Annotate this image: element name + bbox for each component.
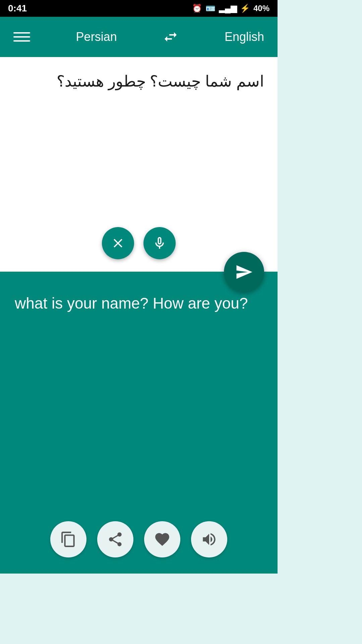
target-language-button[interactable]: English bbox=[225, 30, 264, 44]
header: Persian English bbox=[0, 17, 278, 57]
status-bar: 0:41 ⏰ 🪪 ▂▄▆ ⚡ 40% bbox=[0, 0, 278, 17]
output-action-buttons bbox=[50, 521, 227, 557]
output-text: what is your name? How are you? bbox=[15, 292, 263, 315]
clear-button[interactable] bbox=[102, 227, 134, 259]
status-icons: ⏰ 🪪 ▂▄▆ ⚡ 40% bbox=[192, 4, 269, 13]
copy-button[interactable] bbox=[50, 521, 86, 557]
signal-icon: ▂▄▆ bbox=[219, 4, 237, 13]
speak-button[interactable] bbox=[191, 521, 227, 557]
input-buttons bbox=[102, 227, 176, 259]
microphone-button[interactable] bbox=[143, 227, 176, 259]
input-area: اسم شما چیست؟ چطور هستید؟ bbox=[0, 57, 278, 272]
output-area: what is your name? How are you? bbox=[0, 272, 278, 574]
menu-button[interactable] bbox=[13, 32, 30, 42]
share-button[interactable] bbox=[97, 521, 133, 557]
swap-languages-button[interactable] bbox=[163, 29, 179, 45]
input-text[interactable]: اسم شما چیست؟ چطور هستید؟ bbox=[13, 70, 264, 92]
alarm-icon: ⏰ bbox=[192, 4, 202, 13]
source-language-button[interactable]: Persian bbox=[76, 30, 117, 44]
battery-label: 40% bbox=[253, 4, 269, 13]
charging-icon: ⚡ bbox=[240, 4, 250, 13]
favorite-button[interactable] bbox=[144, 521, 180, 557]
sim-icon: 🪪 bbox=[205, 4, 216, 13]
send-translate-button[interactable] bbox=[224, 252, 264, 292]
status-time: 0:41 bbox=[8, 3, 27, 14]
